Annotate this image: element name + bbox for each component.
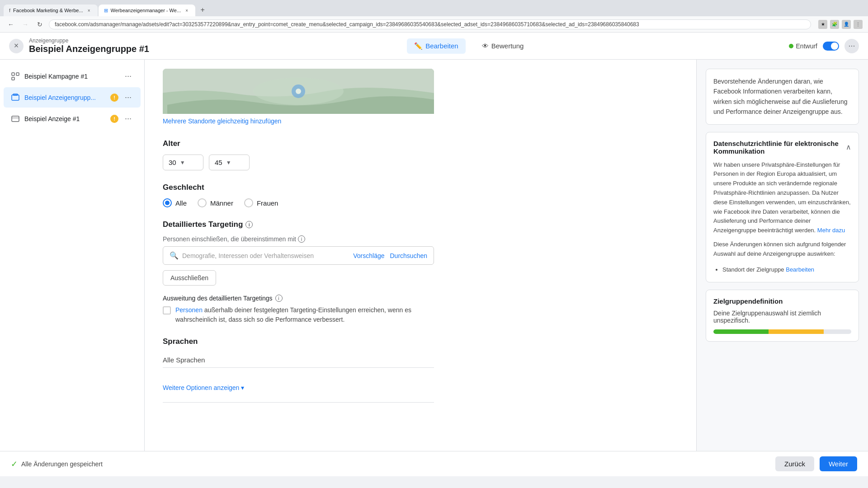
content-inner: Mehrere Standorte gleichzeitig hinzufüge…	[145, 60, 452, 419]
status-badge: Entwurf	[789, 42, 817, 50]
data-policy-header: Datenschutzrichtlinie für elektronische …	[713, 140, 851, 155]
header-titles: Anzeigengruppe Beispiel Anzeigengruppe #…	[29, 38, 149, 54]
close-button[interactable]: ×	[9, 39, 24, 53]
tab-favicon-2: ⊞	[104, 8, 108, 14]
search-icon: 🔍	[170, 251, 179, 260]
language-value: Alle Sprachen	[163, 352, 434, 368]
age-min-select[interactable]: 30 ▼	[163, 155, 203, 170]
edit-button[interactable]: ✏️ Bearbeiten	[407, 38, 466, 54]
account-icon[interactable]: 👤	[842, 20, 851, 29]
status-label: Entwurf	[796, 42, 817, 50]
svg-rect-1	[16, 73, 19, 75]
svg-point-9	[296, 89, 301, 94]
sidebar: Beispiel Kampagne #1 ··· Beispiel Anzeig…	[0, 60, 145, 451]
durchsuchen-link[interactable]: Durchsuchen	[390, 252, 428, 259]
adset-icon	[11, 93, 20, 102]
add-tab-button[interactable]: +	[196, 4, 209, 16]
header-title: Beispiel Anzeigengruppe #1	[29, 44, 149, 54]
expansion-checkbox[interactable]	[163, 306, 171, 314]
gender-alle[interactable]: Alle	[163, 198, 187, 207]
anzeigengruppe-more[interactable]: ···	[123, 92, 133, 103]
vorschlaege-link[interactable]: Vorschläge	[353, 252, 384, 259]
tab-facebook[interactable]: f Facebook Marketing & Werbe... ×	[4, 5, 98, 16]
svg-point-8	[292, 84, 305, 98]
status-dot	[789, 44, 793, 48]
mehr-dazu-link[interactable]: Mehr dazu	[817, 227, 845, 234]
right-panel: Bevorstehende Änderungen daran, wie Face…	[696, 60, 868, 451]
svg-rect-3	[12, 95, 19, 100]
targeting-info-icon[interactable]: i	[245, 221, 253, 228]
sidebar-item-anzeigengruppe[interactable]: Beispiel Anzeigengrupp... ! ···	[4, 87, 141, 108]
age-min-chevron: ▼	[180, 160, 185, 166]
next-button[interactable]: Weiter	[820, 456, 857, 471]
anzeigengruppe-label: Beispiel Anzeigengrupp...	[24, 94, 106, 101]
status-toggle[interactable]	[823, 42, 839, 51]
more-options-button[interactable]: ···	[844, 39, 859, 53]
impact-item-link[interactable]: Bearbeiten	[786, 266, 814, 273]
footer-right: Zurück Weiter	[775, 456, 857, 471]
address-bar[interactable]: facebook.com/adsmanager/manage/adsets/ed…	[49, 19, 811, 29]
anzeigengruppe-warning: !	[110, 94, 118, 102]
expansion-info-icon[interactable]: i	[275, 295, 283, 302]
tab-label-2: Werbeanzeigenmanager - We...	[111, 8, 181, 13]
preview-button[interactable]: 👁 Bewertung	[475, 38, 531, 53]
campaign-icon	[11, 72, 20, 81]
gender-maenner[interactable]: Männer	[198, 198, 233, 207]
back-button[interactable]: ←	[5, 19, 16, 30]
tab-bar: f Facebook Marketing & Werbe... × ⊞ Werb…	[0, 0, 868, 16]
kampagne-more[interactable]: ···	[123, 70, 133, 82]
age-max-chevron: ▼	[226, 160, 231, 166]
eye-icon: 👁	[482, 42, 489, 50]
age-section: Alter 30 ▼ 45 ▼	[163, 139, 434, 170]
exclude-button[interactable]: Ausschließen	[163, 270, 216, 286]
notice-text: Bevorstehende Änderungen daran, wie Face…	[713, 76, 851, 117]
audience-bar	[713, 329, 851, 334]
impact-item-text: Standort der Zielgruppe	[722, 266, 784, 273]
app-header: × Anzeigengruppe Beispiel Anzeigengruppe…	[0, 33, 868, 60]
map-preview	[163, 69, 434, 114]
chevron-down-icon: ▾	[241, 384, 244, 391]
tab-close-1[interactable]: ×	[86, 7, 92, 14]
gender-frauen-label: Frauen	[257, 199, 278, 207]
data-policy-section: Datenschutzrichtlinie für elektronische …	[706, 132, 859, 282]
expansion-checkbox-label[interactable]: Personen außerhalb deiner festgelegten T…	[163, 305, 434, 324]
extension-icon[interactable]: 🧩	[830, 20, 839, 29]
anzeige-more[interactable]: ···	[123, 113, 133, 124]
svg-rect-2	[12, 77, 14, 80]
impact-item-1: Standort der Zielgruppe Bearbeiten	[722, 264, 851, 275]
collapse-button[interactable]: ∧	[846, 143, 851, 151]
app-footer: ✓ Alle Änderungen gespeichert Zurück Wei…	[0, 451, 868, 476]
tab-ads-manager[interactable]: ⊞ Werbeanzeigenmanager - We... ×	[99, 5, 196, 16]
anzeige-warning: !	[110, 115, 118, 123]
gender-frauen[interactable]: Frauen	[244, 198, 278, 207]
more-options-button[interactable]: Weitere Optionen anzeigen ▾	[163, 380, 434, 395]
toggle-knob	[831, 42, 838, 50]
bookmark-icon[interactable]: ★	[818, 20, 827, 29]
reload-button[interactable]: ↻	[34, 19, 45, 30]
audience-title: Zielgruppendefinition	[713, 297, 851, 305]
forward-button[interactable]: →	[20, 19, 31, 30]
settings-icon[interactable]: ⋮	[854, 20, 863, 29]
expansion-persons-link[interactable]: Personen	[175, 306, 203, 314]
content-area: Mehrere Standorte gleichzeitig hinzufüge…	[145, 60, 696, 451]
tab-close-2[interactable]: ×	[184, 7, 190, 14]
search-actions: Vorschläge Durchsuchen	[353, 252, 427, 259]
back-button[interactable]: Zurück	[775, 456, 814, 471]
age-title: Alter	[163, 139, 434, 148]
include-info-icon[interactable]: i	[298, 235, 305, 243]
saved-check-icon: ✓	[11, 459, 18, 469]
gender-alle-label: Alle	[175, 199, 187, 207]
main-content: Beispiel Kampagne #1 ··· Beispiel Anzeig…	[0, 60, 868, 451]
saved-status: Alle Änderungen gespeichert	[21, 460, 103, 468]
data-policy-title: Datenschutzrichtlinie für elektronische …	[713, 140, 846, 155]
age-max-select[interactable]: 45 ▼	[209, 155, 250, 170]
svg-rect-5	[12, 116, 19, 122]
sidebar-item-anzeige[interactable]: Beispiel Anzeige #1 ! ···	[4, 108, 141, 129]
anzeige-label: Beispiel Anzeige #1	[24, 115, 106, 122]
targeting-search-box[interactable]: 🔍 Demografie, Interessen oder Verhaltens…	[163, 246, 434, 265]
preview-label: Bewertung	[491, 42, 524, 50]
sidebar-item-kampagne[interactable]: Beispiel Kampagne #1 ···	[4, 66, 141, 86]
add-location-link[interactable]: Mehrere Standorte gleichzeitig hinzufüge…	[163, 114, 434, 128]
app: × Anzeigengruppe Beispiel Anzeigengruppe…	[0, 33, 868, 476]
audience-bar-yellow	[769, 329, 824, 334]
